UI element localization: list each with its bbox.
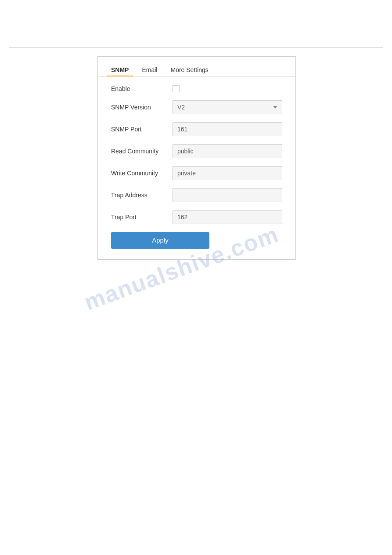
snmp-port-label: SNMP Port [111, 126, 173, 133]
enable-checkbox[interactable] [173, 85, 180, 92]
main-card: SNMP Email More Settings Enable SNMP Ver… [97, 56, 296, 260]
trap-address-row: Trap Address [111, 188, 282, 202]
snmp-version-row: SNMP Version V1 V2 V3 [111, 100, 282, 114]
read-community-row: Read Community [111, 144, 282, 158]
trap-port-input[interactable] [173, 210, 282, 224]
enable-label: Enable [111, 85, 173, 92]
snmp-version-select[interactable]: V1 V2 V3 [173, 100, 282, 114]
read-community-input[interactable] [173, 144, 282, 158]
read-community-label: Read Community [111, 148, 173, 155]
trap-port-label: Trap Port [111, 214, 173, 221]
apply-button[interactable]: Apply [111, 232, 209, 249]
tab-email[interactable]: Email [137, 64, 162, 76]
form-body: Enable SNMP Version V1 V2 V3 SNMP Port R… [98, 76, 295, 259]
write-community-label: Write Community [111, 170, 173, 177]
top-divider [9, 47, 383, 48]
trap-port-row: Trap Port [111, 210, 282, 224]
tabs-bar: SNMP Email More Settings [98, 57, 295, 76]
enable-row: Enable [111, 85, 282, 92]
write-community-input[interactable] [173, 166, 282, 180]
tab-more-settings[interactable]: More Settings [166, 64, 212, 76]
write-community-row: Write Community [111, 166, 282, 180]
snmp-port-row: SNMP Port [111, 122, 282, 136]
tab-snmp[interactable]: SNMP [107, 64, 133, 76]
snmp-version-label: SNMP Version [111, 104, 173, 111]
trap-address-label: Trap Address [111, 192, 173, 199]
snmp-port-input[interactable] [173, 122, 282, 136]
trap-address-input[interactable] [173, 188, 282, 202]
